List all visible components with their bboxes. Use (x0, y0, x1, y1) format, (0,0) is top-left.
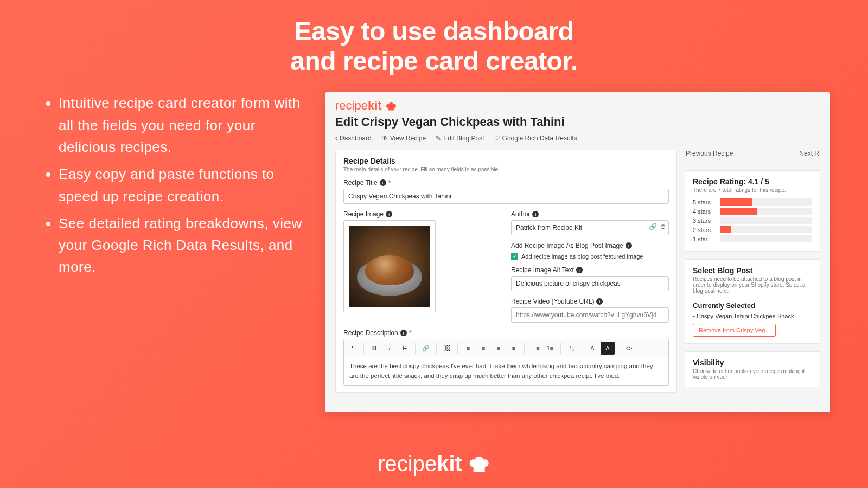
remove-blog-button[interactable]: Remove from Crispy Veg... (693, 324, 776, 337)
eye-icon: 👁 (381, 134, 388, 142)
rte-list-ol[interactable]: 1≡ (543, 342, 557, 355)
shield-icon: ♡ (494, 134, 500, 142)
rating-row: 1 star (693, 235, 812, 242)
feature-bullets: Intuitive recipe card creator form with … (43, 92, 304, 412)
info-icon[interactable]: i (400, 330, 407, 336)
recipe-title-input[interactable] (343, 189, 669, 204)
bullet-item: See detailed rating breakdowns, view you… (59, 213, 304, 278)
rating-row: 5 stars (693, 198, 812, 206)
rating-row: 3 stars (693, 217, 812, 224)
visibility-panel: Visibility Choose to either publish your… (685, 351, 820, 387)
rte-align-justify[interactable]: ≡ (507, 342, 521, 355)
rte-align-center[interactable]: ≡ (476, 342, 490, 355)
rte-strike[interactable]: S (398, 342, 412, 355)
blog-panel: Select Blog Post Recipes need to be atta… (685, 259, 820, 344)
dashboard-link[interactable]: ‹Dashboard (335, 134, 372, 142)
pencil-icon: ✎ (436, 134, 441, 142)
edit-blog-link[interactable]: ✎Edit Blog Post (436, 134, 484, 142)
rating-panel: Recipe Rating: 4.1 / 5 There are 7 total… (685, 170, 820, 252)
info-icon[interactable]: i (386, 211, 392, 217)
link-icon[interactable]: 🔗 (649, 223, 657, 230)
info-icon[interactable]: i (596, 298, 603, 305)
rte-paragraph[interactable]: ¶ (346, 342, 360, 355)
rte-font[interactable]: A (585, 342, 599, 355)
recipe-image-preview[interactable] (343, 220, 436, 312)
selected-blog-item: Crispy Vegan Tahini Chickpea Snack (693, 313, 812, 319)
chef-hat-icon (385, 100, 397, 111)
next-recipe-link[interactable]: Next R (799, 150, 819, 157)
author-input[interactable] (511, 220, 669, 235)
remove-icon[interactable]: ⊖ (660, 223, 666, 230)
app-screenshot: recipekit Edit Crispy Vegan Chickpeas wi… (326, 92, 830, 412)
app-logo: recipekit (335, 99, 820, 113)
rte-clear[interactable]: Tₓ (564, 342, 578, 355)
featured-image-checkbox[interactable]: ✓ (511, 253, 518, 260)
rte-code[interactable]: <> (622, 342, 636, 355)
food-image (349, 226, 430, 307)
rating-row: 4 stars (693, 208, 812, 215)
chevron-left-icon: ‹ (335, 134, 337, 142)
rte-color[interactable]: A (601, 342, 615, 355)
chef-hat-icon (468, 454, 490, 474)
rte-toolbar: ¶ B I S 🔗 🖼 ≡ ≡ (343, 339, 669, 357)
info-icon[interactable]: i (380, 179, 386, 186)
rte-italic[interactable]: I (382, 342, 397, 355)
info-icon[interactable]: i (576, 267, 583, 273)
rte-align-left[interactable]: ≡ (461, 342, 475, 355)
info-icon[interactable]: i (532, 211, 539, 217)
recipe-details-panel: Recipe Details The main details of your … (335, 150, 677, 393)
google-rich-link[interactable]: ♡Google Rich Data Results (494, 134, 577, 142)
page-title: Edit Crispy Vegan Chickpeas with Tahini (335, 115, 820, 129)
rte-image[interactable]: 🖼 (440, 342, 454, 355)
rating-row: 2 stars (693, 226, 812, 233)
alt-text-input[interactable] (511, 276, 669, 291)
rte-align-right[interactable]: ≡ (492, 342, 506, 355)
info-icon[interactable]: i (626, 242, 632, 249)
rte-bold[interactable]: B (367, 342, 381, 355)
view-recipe-link[interactable]: 👁View Recipe (381, 134, 426, 142)
footer-logo: recipekit (378, 452, 490, 476)
panel-heading: Recipe Details (343, 157, 669, 165)
video-url-input[interactable] (511, 307, 669, 323)
previous-recipe-link[interactable]: Previous Recipe (686, 150, 733, 157)
rte-link[interactable]: 🔗 (419, 342, 433, 355)
hero-title: Easy to use dashboard and recipe card cr… (0, 0, 868, 76)
panel-subtext: The main details of your recipe. Fill as… (343, 166, 669, 172)
bullet-item: Intuitive recipe card creator form with … (59, 92, 304, 158)
rte-list-ul[interactable]: ⋮≡ (528, 342, 542, 355)
description-editor[interactable]: These are the best crispy chickpeas I've… (343, 357, 669, 386)
bullet-item: Easy copy and paste functions to speed u… (59, 163, 304, 207)
